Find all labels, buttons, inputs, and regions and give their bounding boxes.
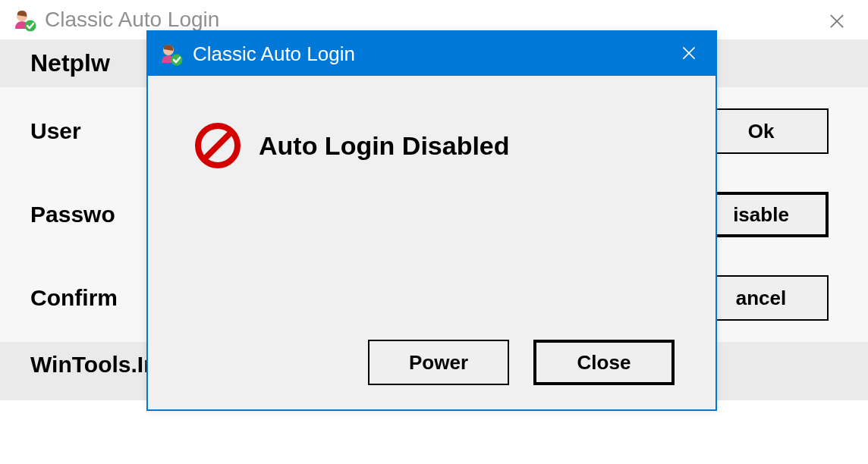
- power-button-label: Power: [409, 351, 468, 375]
- app-avatar-icon: [12, 8, 36, 32]
- dialog-message: Auto Login Disabled: [259, 131, 510, 161]
- main-window: Classic Auto Login Netplw User Ok Passwo: [0, 0, 868, 464]
- dialog-titlebar: Classic Auto Login: [148, 32, 715, 76]
- dialog-body: Auto Login Disabled: [148, 76, 715, 170]
- close-button[interactable]: Close: [533, 340, 675, 385]
- ok-button-label: Ok: [748, 120, 775, 143]
- status-dialog: Classic Auto Login Auto Login Disabled P…: [146, 30, 717, 411]
- dialog-avatar-icon: [159, 42, 183, 66]
- dialog-title: Classic Auto Login: [193, 42, 355, 66]
- cancel-button-label: ancel: [736, 287, 787, 310]
- power-button[interactable]: Power: [368, 340, 509, 385]
- disable-button-label: isable: [733, 203, 789, 227]
- main-title: Classic Auto Login: [45, 8, 219, 32]
- prohibit-icon: [193, 121, 242, 170]
- dialog-close-button[interactable]: [662, 32, 715, 74]
- close-button-label: Close: [577, 351, 631, 375]
- svg-line-5: [204, 132, 231, 159]
- dialog-button-row: Power Close: [368, 340, 675, 385]
- main-close-button[interactable]: [818, 2, 856, 40]
